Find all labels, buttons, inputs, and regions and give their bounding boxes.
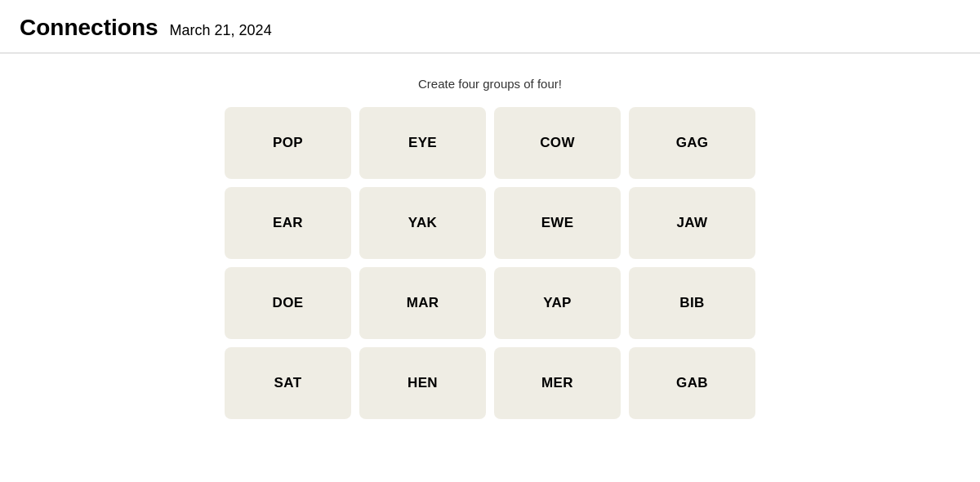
tile-label: BIB [679,295,704,311]
header: Connections March 21, 2024 [0,0,980,53]
tile-label: GAB [676,375,708,391]
word-tile[interactable]: SAT [225,347,351,419]
word-tile[interactable]: JAW [629,187,755,259]
subtitle: Create four groups of four! [418,77,562,91]
word-grid: POPEYECOWGAGEARYAKEWEJAWDOEMARYAPBIBSATH… [225,107,755,419]
word-tile[interactable]: YAP [494,267,621,339]
word-tile[interactable]: POP [225,107,351,179]
tile-label: YAK [408,215,437,231]
word-tile[interactable]: GAB [629,347,755,419]
tile-label: EAR [273,215,303,231]
tile-label: JAW [677,215,708,231]
word-tile[interactable]: HEN [359,347,486,419]
tile-label: DOE [273,295,304,311]
word-tile[interactable]: EWE [494,187,621,259]
tile-label: MAR [407,295,439,311]
word-tile[interactable]: YAK [359,187,486,259]
header-date: March 21, 2024 [170,22,272,39]
word-tile[interactable]: MAR [359,267,486,339]
app-title: Connections [20,15,158,41]
tile-label: EWE [541,215,574,231]
tile-label: POP [273,135,303,151]
word-tile[interactable]: GAG [629,107,755,179]
tile-label: COW [540,135,575,151]
word-tile[interactable]: EAR [225,187,351,259]
tile-label: EYE [408,135,437,151]
word-tile[interactable]: COW [494,107,621,179]
tile-label: HEN [408,375,438,391]
tile-label: YAP [543,295,571,311]
tile-label: GAG [676,135,709,151]
tile-label: SAT [274,375,302,391]
word-tile[interactable]: EYE [359,107,486,179]
word-tile[interactable]: MER [494,347,621,419]
tile-label: MER [541,375,573,391]
word-tile[interactable]: BIB [629,267,755,339]
main-content: Create four groups of four! POPEYECOWGAG… [0,54,980,419]
word-tile[interactable]: DOE [225,267,351,339]
